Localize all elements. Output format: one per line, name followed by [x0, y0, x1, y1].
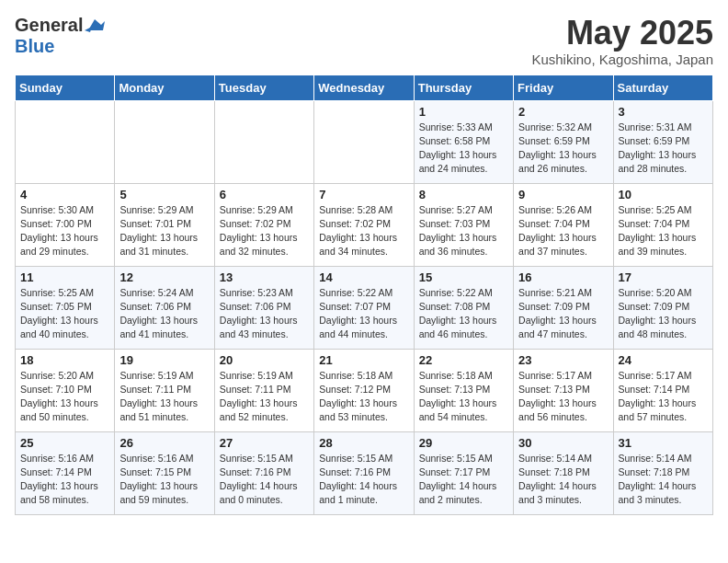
day-info: Sunrise: 5:16 AM Sunset: 7:15 PM Dayligh…	[119, 452, 209, 508]
day-number: 18	[20, 353, 109, 367]
calendar-cell: 8Sunrise: 5:27 AM Sunset: 7:03 PM Daylig…	[414, 183, 513, 266]
calendar-cell: 25Sunrise: 5:16 AM Sunset: 7:14 PM Dayli…	[16, 431, 115, 514]
day-info: Sunrise: 5:27 AM Sunset: 7:03 PM Dayligh…	[419, 203, 508, 259]
day-number: 9	[518, 188, 608, 201]
calendar-week-2: 4Sunrise: 5:30 AM Sunset: 7:00 PM Daylig…	[16, 183, 713, 266]
calendar-cell: 9Sunrise: 5:26 AM Sunset: 7:04 PM Daylig…	[514, 183, 613, 266]
logo-bird-icon	[85, 17, 105, 34]
day-info: Sunrise: 5:16 AM Sunset: 7:14 PM Dayligh…	[20, 452, 109, 508]
calendar-cell: 19Sunrise: 5:19 AM Sunset: 7:11 PM Dayli…	[115, 349, 214, 431]
logo-blue-text: Blue	[15, 36, 54, 56]
day-number: 29	[419, 436, 508, 450]
calendar-cell: 2Sunrise: 5:32 AM Sunset: 6:59 PM Daylig…	[514, 100, 613, 183]
day-info: Sunrise: 5:14 AM Sunset: 7:18 PM Dayligh…	[518, 452, 608, 508]
day-info: Sunrise: 5:19 AM Sunset: 7:11 PM Dayligh…	[119, 369, 209, 425]
day-number: 14	[319, 270, 408, 284]
calendar-cell: 23Sunrise: 5:17 AM Sunset: 7:13 PM Dayli…	[514, 349, 613, 431]
calendar-cell: 24Sunrise: 5:17 AM Sunset: 7:14 PM Dayli…	[613, 349, 712, 431]
day-info: Sunrise: 5:32 AM Sunset: 6:59 PM Dayligh…	[518, 121, 608, 177]
weekday-header-thursday: Thursday	[414, 75, 513, 100]
calendar-cell: 12Sunrise: 5:24 AM Sunset: 7:06 PM Dayli…	[115, 266, 214, 349]
weekday-header-tuesday: Tuesday	[214, 75, 313, 100]
day-info: Sunrise: 5:17 AM Sunset: 7:13 PM Dayligh…	[518, 369, 608, 425]
day-number: 26	[119, 436, 209, 450]
logo-general-text: General	[15, 15, 83, 36]
day-number: 2	[518, 105, 608, 119]
calendar-cell: 14Sunrise: 5:22 AM Sunset: 7:07 PM Dayli…	[314, 266, 414, 349]
location: Kushikino, Kagoshima, Japan	[531, 52, 713, 67]
calendar-cell: 30Sunrise: 5:14 AM Sunset: 7:18 PM Dayli…	[514, 431, 613, 514]
day-info: Sunrise: 5:19 AM Sunset: 7:11 PM Dayligh…	[220, 369, 309, 425]
day-info: Sunrise: 5:31 AM Sunset: 6:59 PM Dayligh…	[619, 121, 708, 177]
calendar-cell: 10Sunrise: 5:25 AM Sunset: 7:04 PM Dayli…	[613, 183, 712, 266]
title-section: May 2025 Kushikino, Kagoshima, Japan	[531, 15, 713, 67]
day-number: 5	[119, 188, 209, 201]
day-info: Sunrise: 5:17 AM Sunset: 7:14 PM Dayligh…	[619, 369, 708, 425]
day-info: Sunrise: 5:23 AM Sunset: 7:06 PM Dayligh…	[220, 286, 309, 342]
day-info: Sunrise: 5:26 AM Sunset: 7:04 PM Dayligh…	[518, 203, 608, 259]
svg-marker-1	[85, 27, 92, 32]
calendar-week-3: 11Sunrise: 5:25 AM Sunset: 7:05 PM Dayli…	[16, 266, 713, 349]
logo: General Blue	[15, 15, 105, 57]
calendar-cell	[16, 100, 115, 183]
day-info: Sunrise: 5:20 AM Sunset: 7:10 PM Dayligh…	[20, 369, 109, 425]
calendar-cell: 1Sunrise: 5:33 AM Sunset: 6:58 PM Daylig…	[414, 100, 513, 183]
calendar-table: SundayMondayTuesdayWednesdayThursdayFrid…	[15, 75, 713, 515]
calendar-cell: 20Sunrise: 5:19 AM Sunset: 7:11 PM Dayli…	[214, 349, 313, 431]
day-number: 7	[319, 188, 408, 201]
calendar-cell: 26Sunrise: 5:16 AM Sunset: 7:15 PM Dayli…	[115, 431, 214, 514]
day-info: Sunrise: 5:18 AM Sunset: 7:12 PM Dayligh…	[319, 369, 408, 425]
calendar-cell: 27Sunrise: 5:15 AM Sunset: 7:16 PM Dayli…	[214, 431, 313, 514]
calendar-cell	[314, 100, 414, 183]
calendar-cell: 16Sunrise: 5:21 AM Sunset: 7:09 PM Dayli…	[514, 266, 613, 349]
calendar-cell: 28Sunrise: 5:15 AM Sunset: 7:16 PM Dayli…	[314, 431, 414, 514]
day-number: 23	[518, 353, 608, 367]
calendar-cell: 17Sunrise: 5:20 AM Sunset: 7:09 PM Dayli…	[613, 266, 712, 349]
calendar-cell: 22Sunrise: 5:18 AM Sunset: 7:13 PM Dayli…	[414, 349, 513, 431]
day-number: 11	[20, 270, 109, 284]
day-number: 1	[419, 105, 508, 119]
calendar-body: 1Sunrise: 5:33 AM Sunset: 6:58 PM Daylig…	[16, 100, 713, 514]
day-number: 27	[220, 436, 309, 450]
day-info: Sunrise: 5:21 AM Sunset: 7:09 PM Dayligh…	[518, 286, 608, 342]
day-number: 17	[619, 270, 708, 284]
calendar-cell: 6Sunrise: 5:29 AM Sunset: 7:02 PM Daylig…	[214, 183, 313, 266]
day-number: 10	[619, 188, 708, 201]
day-info: Sunrise: 5:22 AM Sunset: 7:08 PM Dayligh…	[419, 286, 508, 342]
calendar-cell	[115, 100, 214, 183]
day-info: Sunrise: 5:15 AM Sunset: 7:16 PM Dayligh…	[220, 452, 309, 508]
day-number: 22	[419, 353, 508, 367]
day-info: Sunrise: 5:22 AM Sunset: 7:07 PM Dayligh…	[319, 286, 408, 342]
day-info: Sunrise: 5:15 AM Sunset: 7:16 PM Dayligh…	[319, 452, 408, 508]
weekday-header-sunday: Sunday	[16, 75, 115, 100]
calendar-cell: 4Sunrise: 5:30 AM Sunset: 7:00 PM Daylig…	[16, 183, 115, 266]
day-info: Sunrise: 5:15 AM Sunset: 7:17 PM Dayligh…	[419, 452, 508, 508]
weekday-header-friday: Friday	[514, 75, 613, 100]
day-number: 16	[518, 270, 608, 284]
day-info: Sunrise: 5:30 AM Sunset: 7:00 PM Dayligh…	[20, 203, 109, 259]
day-number: 30	[518, 436, 608, 450]
day-number: 21	[319, 353, 408, 367]
day-info: Sunrise: 5:24 AM Sunset: 7:06 PM Dayligh…	[119, 286, 209, 342]
calendar-week-4: 18Sunrise: 5:20 AM Sunset: 7:10 PM Dayli…	[16, 349, 713, 431]
calendar-cell: 7Sunrise: 5:28 AM Sunset: 7:02 PM Daylig…	[314, 183, 414, 266]
day-number: 12	[119, 270, 209, 284]
calendar-cell: 21Sunrise: 5:18 AM Sunset: 7:12 PM Dayli…	[314, 349, 414, 431]
day-number: 13	[220, 270, 309, 284]
calendar-cell: 15Sunrise: 5:22 AM Sunset: 7:08 PM Dayli…	[414, 266, 513, 349]
calendar-cell: 31Sunrise: 5:14 AM Sunset: 7:18 PM Dayli…	[613, 431, 712, 514]
weekday-header-wednesday: Wednesday	[314, 75, 414, 100]
month-title: May 2025	[531, 15, 713, 52]
calendar-header: SundayMondayTuesdayWednesdayThursdayFrid…	[16, 75, 713, 100]
calendar-cell: 29Sunrise: 5:15 AM Sunset: 7:17 PM Dayli…	[414, 431, 513, 514]
day-number: 4	[20, 188, 109, 201]
calendar-week-5: 25Sunrise: 5:16 AM Sunset: 7:14 PM Dayli…	[16, 431, 713, 514]
day-number: 3	[619, 105, 708, 119]
day-number: 24	[619, 353, 708, 367]
weekday-header-saturday: Saturday	[613, 75, 712, 100]
calendar-cell	[214, 100, 313, 183]
calendar-cell: 11Sunrise: 5:25 AM Sunset: 7:05 PM Dayli…	[16, 266, 115, 349]
day-info: Sunrise: 5:25 AM Sunset: 7:04 PM Dayligh…	[619, 203, 708, 259]
day-info: Sunrise: 5:29 AM Sunset: 7:02 PM Dayligh…	[220, 203, 309, 259]
day-number: 28	[319, 436, 408, 450]
